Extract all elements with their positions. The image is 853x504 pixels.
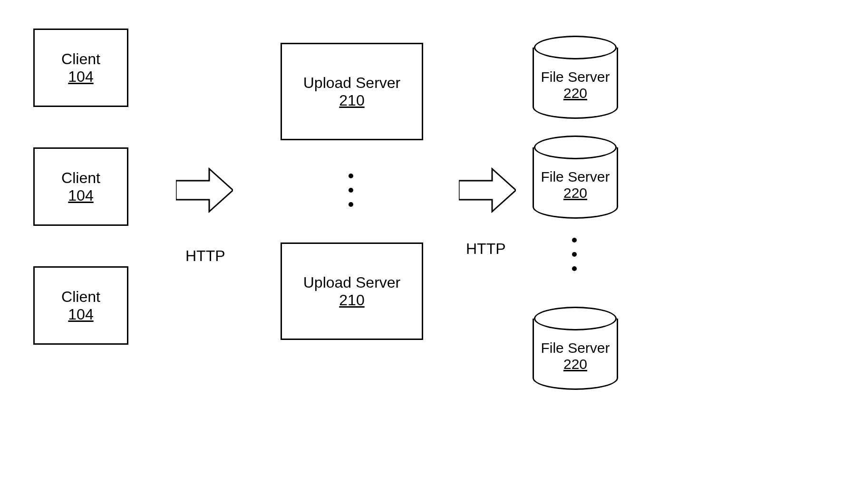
- upload-server-number: 210: [339, 92, 364, 109]
- client-box-2: Client 104: [33, 147, 128, 226]
- dot-icon: [572, 266, 577, 271]
- arrow-right-label: HTTP: [466, 240, 506, 258]
- dot-icon: [349, 174, 353, 178]
- dot-icon: [349, 188, 353, 193]
- file-server-number: 220: [563, 85, 587, 101]
- client-label: Client: [61, 288, 100, 306]
- arrow-left-label: HTTP: [185, 247, 225, 265]
- arrow-left: [176, 166, 233, 214]
- arrow-right: [459, 166, 516, 214]
- file-server-cylinder-1: File Server 220: [533, 48, 618, 119]
- file-server-label: File Server: [541, 69, 610, 85]
- client-box-1: Client 104: [33, 29, 128, 107]
- cylinder-top: [534, 136, 617, 159]
- file-server-cylinder-2: File Server 220: [533, 147, 618, 219]
- upload-server-number: 210: [339, 291, 364, 309]
- file-server-number: 220: [563, 356, 587, 372]
- client-box-3: Client 104: [33, 266, 128, 345]
- client-label: Client: [61, 50, 100, 68]
- client-number: 104: [68, 68, 93, 86]
- client-number: 104: [68, 306, 93, 323]
- client-number: 104: [68, 187, 93, 204]
- upload-server-label: Upload Server: [303, 274, 401, 291]
- dot-icon: [572, 238, 577, 242]
- file-server-cylinder-3: File Server 220: [533, 319, 618, 390]
- file-server-label: File Server: [541, 169, 610, 185]
- upload-server-label: Upload Server: [303, 74, 401, 92]
- upload-server-box-1: Upload Server 210: [281, 43, 423, 140]
- upload-server-box-2: Upload Server 210: [281, 242, 423, 340]
- arrow-right-icon: [459, 166, 516, 214]
- cylinder-top: [534, 307, 617, 330]
- file-server-label: File Server: [541, 340, 610, 356]
- dot-icon: [349, 202, 353, 207]
- upload-server-ellipsis: [349, 174, 353, 207]
- file-server-number: 220: [563, 185, 587, 201]
- arrow-right-icon: [176, 166, 233, 214]
- cylinder-top: [534, 36, 617, 59]
- dot-icon: [572, 252, 577, 257]
- file-server-ellipsis: [572, 238, 577, 271]
- client-label: Client: [61, 169, 100, 187]
